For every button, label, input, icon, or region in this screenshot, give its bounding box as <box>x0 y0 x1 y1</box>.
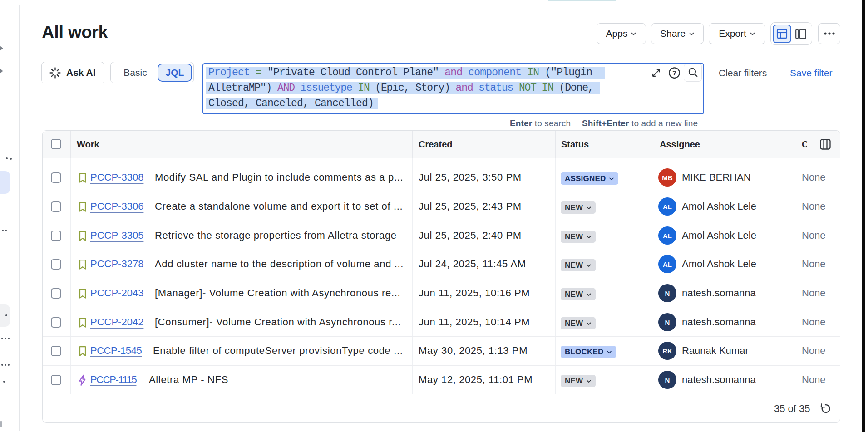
svg-text:?: ? <box>672 69 676 77</box>
